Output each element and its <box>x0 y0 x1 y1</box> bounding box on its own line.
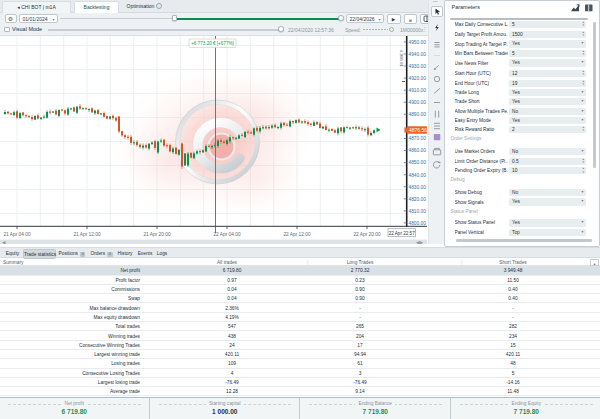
svg-text:4810.00: 4810.00 <box>409 208 427 213</box>
svg-text:4860.00: 4860.00 <box>409 148 427 153</box>
svg-text:4920.00: 4920.00 <box>409 75 427 80</box>
svg-text:4,906.01: 4,906.01 <box>399 50 404 67</box>
svg-text:4850.00: 4850.00 <box>409 160 427 165</box>
svg-text:4930.00: 4930.00 <box>409 63 427 68</box>
svg-text:+6 773.20 € [+677%]: +6 773.20 € [+677%] <box>191 41 234 46</box>
svg-text:22 Apr 22:57: 22 Apr 22:57 <box>389 230 415 235</box>
svg-text:◀: ◀ <box>2 239 6 244</box>
svg-text:4876.56: 4876.56 <box>409 126 427 132</box>
svg-text:22 Apr 20:00: 22 Apr 20:00 <box>353 231 381 236</box>
svg-text:21 Apr 20:00: 21 Apr 20:00 <box>143 231 171 236</box>
svg-text:4910.00: 4910.00 <box>409 88 427 93</box>
svg-text:4950.00: 4950.00 <box>409 39 427 44</box>
svg-text:4870.00: 4870.00 <box>409 136 427 141</box>
svg-text:4890.00: 4890.00 <box>409 112 427 117</box>
svg-text:4840.00: 4840.00 <box>409 172 427 177</box>
svg-text:4820.00: 4820.00 <box>409 196 427 201</box>
svg-text:4900.00: 4900.00 <box>409 100 427 105</box>
svg-text:4830.00: 4830.00 <box>409 184 427 189</box>
svg-text:4940.00: 4940.00 <box>409 51 427 56</box>
svg-text:21 Apr 12:00: 21 Apr 12:00 <box>73 231 101 236</box>
svg-text:22 Apr 12:00: 22 Apr 12:00 <box>283 231 311 236</box>
svg-text:4800.00: 4800.00 <box>409 220 427 225</box>
svg-text:22 Apr 04:00: 22 Apr 04:00 <box>213 231 241 236</box>
svg-text:◀▶: ◀▶ <box>416 239 423 244</box>
svg-text:21 Apr 04:00: 21 Apr 04:00 <box>3 231 31 236</box>
